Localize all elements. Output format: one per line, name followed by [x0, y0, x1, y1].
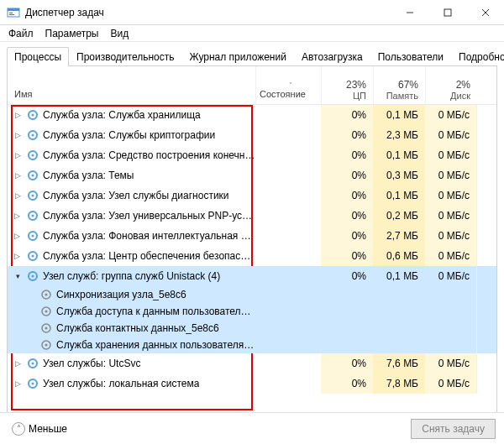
- gear-icon: [26, 249, 39, 263]
- svg-point-23: [31, 255, 34, 258]
- menubar: Файл Параметры Вид: [0, 25, 504, 42]
- gear-icon: [26, 229, 39, 243]
- expand-icon[interactable]: ▷: [13, 131, 23, 139]
- table-row[interactable]: ▷Служба узла: Узел универсальных PNP-уст…: [8, 206, 496, 226]
- close-button[interactable]: [466, 0, 504, 25]
- svg-point-31: [45, 327, 48, 330]
- child-row[interactable]: Служба доступа к данным пользователя_…: [8, 303, 496, 320]
- footer-bar: ˄ Меньше Снять задачу: [0, 412, 504, 444]
- table-row[interactable]: ▷Служба узла: Средство построения конечн…: [8, 145, 496, 165]
- svg-point-37: [32, 383, 34, 385]
- table-row[interactable]: ▷Узел службы: локальная система 0%7,8 МБ…: [8, 373, 496, 394]
- child-row[interactable]: Синхронизация узла_5e8c6: [8, 286, 496, 303]
- col-status[interactable]: ˅ Состояние: [255, 66, 321, 104]
- process-list: ▷Служба узла: Служба хранилища 0%0,1 МБ0…: [8, 105, 496, 416]
- service-icon: [39, 305, 53, 318]
- table-row[interactable]: ▷Служба узла: Служба хранилища 0%0,1 МБ0…: [8, 105, 496, 125]
- gear-icon: [26, 189, 39, 202]
- expand-icon[interactable]: ▷: [13, 191, 23, 200]
- gear-icon: [26, 357, 39, 370]
- table-row[interactable]: ▷Служба узла: Темы 0%0,3 МБ0 МБ/с: [8, 165, 496, 185]
- svg-point-33: [45, 344, 48, 347]
- gear-icon: [26, 269, 39, 283]
- maximize-button[interactable]: [428, 0, 466, 25]
- expand-icon[interactable]: ▷: [13, 232, 23, 240]
- table-row[interactable]: ▷Служба узла: Фоновая интеллектуальная с…: [8, 226, 496, 246]
- tab-processes[interactable]: Процессы: [7, 47, 69, 66]
- menu-file[interactable]: Файл: [3, 26, 39, 41]
- col-cpu[interactable]: 23% ЦП: [321, 66, 373, 104]
- expand-icon[interactable]: ▷: [13, 212, 23, 220]
- expand-icon[interactable]: ▷: [13, 171, 23, 180]
- gear-icon: [26, 209, 39, 222]
- table-row[interactable]: ▷Служба узла: Узел службы диагностики 0%…: [8, 185, 496, 206]
- svg-rect-2: [9, 13, 13, 13]
- svg-point-19: [31, 215, 34, 217]
- gear-icon: [26, 149, 39, 162]
- tab-performance[interactable]: Производительность: [69, 47, 181, 66]
- tab-strip: Процессы Производительность Журнал прило…: [7, 47, 497, 66]
- gear-icon: [26, 128, 39, 142]
- svg-point-21: [31, 235, 34, 238]
- end-task-button[interactable]: Снять задачу: [411, 419, 496, 439]
- svg-point-35: [32, 363, 34, 365]
- service-icon: [39, 288, 53, 301]
- table-row[interactable]: ▷Узел службы: UtcSvc 0%7,6 МБ0 МБ/с: [8, 353, 496, 373]
- chevron-up-icon: ˄: [12, 422, 25, 436]
- svg-point-27: [45, 294, 48, 296]
- svg-point-13: [32, 154, 34, 157]
- child-row[interactable]: Служба контактных данных_5e8c6: [8, 320, 496, 337]
- minimize-button[interactable]: [391, 0, 428, 25]
- svg-rect-5: [444, 9, 451, 16]
- expand-icon[interactable]: ▷: [13, 359, 23, 368]
- tab-startup[interactable]: Автозагрузка: [294, 47, 370, 66]
- expand-icon[interactable]: ▷: [13, 252, 23, 260]
- service-icon: [39, 338, 53, 352]
- col-disk[interactable]: 2% Диск: [425, 66, 477, 104]
- menu-view[interactable]: Вид: [105, 26, 134, 41]
- service-icon: [39, 321, 53, 335]
- gear-icon: [26, 108, 39, 122]
- table-row[interactable]: ▷Служба узла: Центр обеспечения безопасн…: [8, 246, 496, 266]
- col-memory[interactable]: 67% Память: [373, 66, 425, 104]
- svg-rect-1: [8, 8, 19, 11]
- col-name[interactable]: Имя: [8, 66, 255, 104]
- taskmgr-icon: [7, 6, 20, 19]
- svg-point-25: [32, 275, 34, 278]
- expand-icon[interactable]: ▷: [13, 111, 23, 119]
- expand-icon[interactable]: ▷: [13, 151, 23, 159]
- menu-options[interactable]: Параметры: [40, 26, 104, 41]
- tab-users[interactable]: Пользователи: [370, 47, 451, 66]
- expand-icon[interactable]: ▷: [13, 379, 23, 388]
- column-header: Имя ˅ Состояние 23% ЦП 67% Память 2% Дис…: [8, 66, 496, 105]
- gear-icon: [26, 377, 39, 390]
- window-title: Диспетчер задач: [25, 7, 104, 18]
- svg-point-11: [32, 134, 34, 137]
- titlebar: Диспетчер задач: [0, 0, 504, 25]
- tab-body: Имя ˅ Состояние 23% ЦП 67% Память 2% Дис…: [7, 66, 497, 417]
- tab-details[interactable]: Подробности: [451, 47, 504, 66]
- svg-point-15: [32, 175, 34, 177]
- sort-indicator-icon: ˅: [260, 82, 321, 89]
- table-row[interactable]: ▷Служба узла: Службы криптографии 0%2,3 …: [8, 125, 496, 145]
- svg-rect-3: [9, 14, 14, 15]
- fewer-details-button[interactable]: ˄ Меньше: [12, 422, 67, 436]
- collapse-icon[interactable]: ▾: [13, 272, 23, 280]
- tab-app-history[interactable]: Журнал приложений: [182, 47, 294, 66]
- child-row[interactable]: Служба хранения данных пользователя_5…: [8, 337, 496, 353]
- svg-point-29: [45, 311, 48, 313]
- gear-icon: [26, 169, 39, 182]
- svg-point-17: [32, 195, 34, 197]
- table-row-selected[interactable]: ▾Узел служб: группа служб Unistack (4) 0…: [8, 266, 496, 286]
- svg-point-9: [32, 114, 34, 117]
